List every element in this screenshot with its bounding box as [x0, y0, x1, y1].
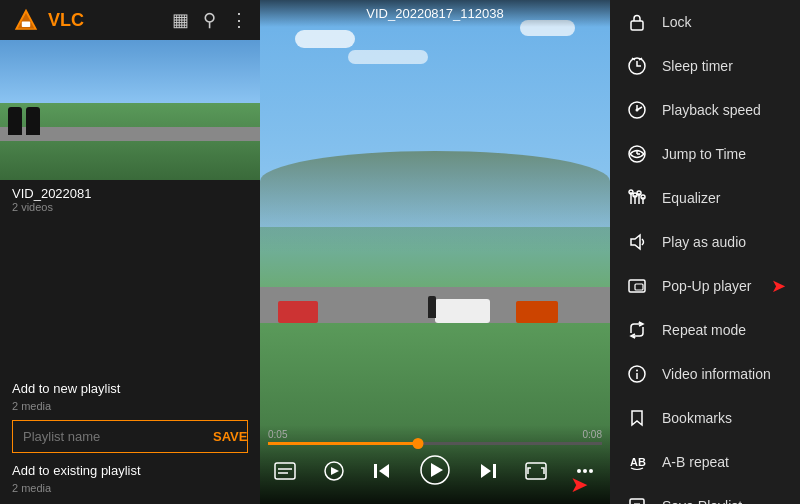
time-labels: 0:05 0:08	[268, 429, 602, 440]
more-options-icon[interactable]: ⋮	[230, 9, 248, 31]
menu-label-equalizer: Equalizer	[662, 190, 786, 206]
aspect-ratio-button[interactable]	[519, 457, 553, 490]
menu-label-playback-speed: Playback speed	[662, 102, 786, 118]
audio-track-button[interactable]	[317, 456, 351, 491]
next-button[interactable]	[471, 456, 505, 491]
playlist-input-row: SAVE	[12, 420, 248, 453]
svg-marker-10	[431, 463, 443, 477]
next-icon	[477, 460, 499, 482]
popup-player-arrow: ➤	[771, 275, 786, 297]
add-new-playlist-count: 2 media	[12, 400, 248, 412]
previous-button[interactable]	[365, 456, 399, 491]
menu-label-video-information: Video information	[662, 366, 786, 382]
time-current: 0:05	[268, 429, 287, 440]
menu-item-video-information[interactable]: Video information	[610, 352, 800, 396]
video-filename: VID_20220817_112038	[270, 6, 600, 21]
play-icon	[420, 455, 450, 485]
svg-rect-13	[526, 463, 546, 479]
aspect-ratio-icon	[525, 461, 547, 481]
menu-item-ab-repeat[interactable]: AB A-B repeat	[610, 440, 800, 484]
menu-item-play-as-audio[interactable]: Play as audio	[610, 220, 800, 264]
video-name: VID_2022081	[12, 186, 248, 201]
jump-to-time-icon	[624, 141, 650, 167]
video-area: VID_20220817_112038 0:05 0:08	[260, 0, 610, 504]
add-playlist-section: Add to new playlist 2 media SAVE Add to …	[0, 371, 260, 504]
equalizer-icon	[624, 185, 650, 211]
search-icon[interactable]: ⚲	[203, 9, 216, 31]
header-actions: ▦ ⚲ ⋮	[172, 9, 248, 31]
cast-icon[interactable]: ▦	[172, 9, 189, 31]
menu-item-repeat-mode[interactable]: Repeat mode	[610, 308, 800, 352]
menu-label-popup-player: Pop-Up player	[662, 278, 771, 294]
sidebar-header: VLC ▦ ⚲ ⋮	[0, 0, 260, 40]
add-new-playlist-title: Add to new playlist	[12, 381, 248, 396]
menu-label-jump-to-time: Jump to Time	[662, 146, 786, 162]
menu-label-ab-repeat: A-B repeat	[662, 454, 786, 470]
previous-icon	[371, 460, 393, 482]
svg-rect-7	[374, 464, 377, 478]
app-title: VLC	[48, 10, 172, 31]
progress-fill	[268, 442, 418, 445]
menu-item-jump-to-time[interactable]: Jump to Time	[610, 132, 800, 176]
svg-marker-8	[379, 464, 389, 478]
save-playlist-icon	[624, 493, 650, 504]
save-playlist-button[interactable]: SAVE	[201, 421, 259, 452]
menu-label-sleep-timer: Sleep timer	[662, 58, 786, 74]
add-existing-playlist-count: 2 media	[12, 482, 248, 494]
play-as-audio-icon	[624, 229, 650, 255]
popup-player-icon	[624, 273, 650, 299]
right-menu: Lock Sleep timer Playback speed Jump to …	[610, 0, 800, 504]
playback-speed-icon	[624, 97, 650, 123]
arrow-indicator: ➤	[570, 472, 588, 498]
menu-label-bookmarks: Bookmarks	[662, 410, 786, 426]
sleep-timer-icon	[624, 53, 650, 79]
video-controls: 0:05 0:08	[260, 425, 610, 504]
svg-rect-3	[275, 463, 295, 479]
video-title-bar: VID_20220817_112038	[260, 0, 610, 27]
sidebar: VLC ▦ ⚲ ⋮ VID_2022081 2 videos Add to ne…	[0, 0, 260, 504]
svg-rect-35	[635, 284, 643, 290]
menu-item-sleep-timer[interactable]: Sleep timer	[610, 44, 800, 88]
svg-marker-12	[481, 464, 491, 478]
video-info: VID_2022081 2 videos	[0, 180, 260, 219]
svg-point-22	[636, 109, 639, 112]
video-thumbnail[interactable]	[0, 40, 260, 180]
menu-item-playback-speed[interactable]: Playback speed	[610, 88, 800, 132]
svg-point-38	[636, 370, 638, 372]
playlist-name-input[interactable]	[13, 421, 201, 452]
menu-item-save-playlist[interactable]: Save Playlist	[610, 484, 800, 504]
ab-repeat-icon: AB	[624, 449, 650, 475]
menu-label-play-as-audio: Play as audio	[662, 234, 786, 250]
menu-item-bookmarks[interactable]: Bookmarks	[610, 396, 800, 440]
subtitle-button[interactable]	[268, 458, 302, 489]
menu-label-repeat-mode: Repeat mode	[662, 322, 786, 338]
progress-thumb	[413, 438, 424, 449]
svg-rect-17	[631, 21, 643, 30]
vlc-logo-icon	[12, 6, 40, 34]
svg-rect-2	[22, 21, 30, 27]
svg-text:A: A	[630, 456, 638, 468]
subtitle-icon	[274, 462, 296, 480]
bookmarks-icon	[624, 405, 650, 431]
add-existing-playlist-title: Add to existing playlist	[12, 463, 248, 478]
menu-item-equalizer[interactable]: Equalizer	[610, 176, 800, 220]
repeat-mode-icon	[624, 317, 650, 343]
svg-rect-11	[493, 464, 496, 478]
menu-item-lock[interactable]: Lock	[610, 0, 800, 44]
time-total: 0:08	[583, 429, 602, 440]
svg-text:B: B	[638, 456, 646, 468]
video-count: 2 videos	[12, 201, 248, 213]
audio-track-icon	[323, 460, 345, 482]
lock-icon	[624, 9, 650, 35]
menu-label-save-playlist: Save Playlist	[662, 498, 786, 504]
video-information-icon	[624, 361, 650, 387]
svg-rect-41	[630, 499, 644, 504]
menu-label-lock: Lock	[662, 14, 786, 30]
menu-item-popup-player[interactable]: Pop-Up player ➤	[610, 264, 800, 308]
playback-controls	[268, 451, 602, 496]
play-button[interactable]	[414, 451, 456, 496]
svg-point-16	[589, 469, 593, 473]
progress-bar[interactable]	[268, 442, 602, 445]
